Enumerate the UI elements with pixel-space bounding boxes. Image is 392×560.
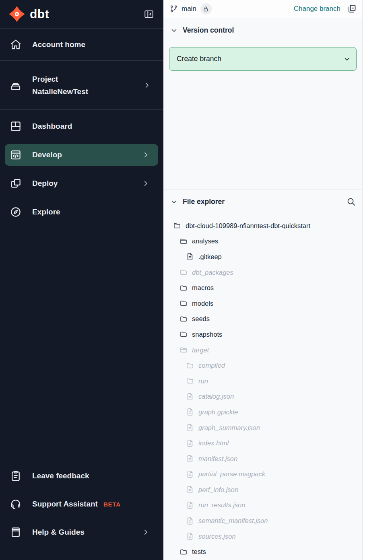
tree-item-analyses[interactable]: analyses	[163, 234, 362, 249]
clipboard-icon	[10, 470, 22, 482]
file-icon	[186, 486, 194, 494]
tree-item-label: macros	[192, 284, 214, 292]
editor-area	[363, 0, 392, 560]
file-icon	[186, 470, 194, 478]
lock-icon	[203, 6, 209, 12]
tree-item-label: run_results.json	[198, 501, 245, 509]
tree-item-index.html[interactable]: index.html	[163, 435, 362, 451]
sidebar-item-develop[interactable]: Develop	[5, 144, 158, 166]
help-guides-label: Help & Guides	[32, 528, 85, 537]
tree-item-label: run	[198, 377, 208, 385]
project-stack-icon	[10, 79, 22, 91]
file-explorer-title: File explorer	[183, 198, 225, 206]
tree-item-seeds[interactable]: seeds	[163, 311, 362, 327]
tree-item-partial_parse.msgpack[interactable]: partial_parse.msgpack	[163, 467, 362, 482]
folder-icon	[186, 377, 194, 385]
tree-item-sources.json[interactable]: sources.json	[163, 529, 362, 544]
tree-item-label: partial_parse.msgpack	[198, 470, 265, 478]
sidebar-item-help-guides[interactable]: Help & Guides	[5, 521, 158, 543]
sidebar-item-account-home[interactable]: Account home	[0, 29, 163, 61]
sidebar-item-leave-feedback[interactable]: Leave feedback	[5, 465, 158, 487]
folder-open-icon	[179, 346, 188, 354]
version-control-header[interactable]: Version control	[163, 18, 362, 35]
sidebar-item-explore[interactable]: Explore	[5, 201, 158, 223]
chevron-right-icon	[142, 180, 149, 187]
tree-item-run_results.json[interactable]: run_results.json	[163, 498, 362, 513]
version-control-title: Version control	[183, 26, 234, 35]
dashboard-label: Dashboard	[32, 122, 72, 131]
tree-item-graph.gpickle[interactable]: graph.gpickle	[163, 404, 362, 420]
search-icon[interactable]	[347, 197, 356, 206]
tree-item-models[interactable]: models	[163, 296, 362, 311]
git-branch-icon	[170, 5, 178, 13]
file-icon	[186, 439, 194, 447]
tree-item-compiled[interactable]: compiled	[163, 358, 362, 373]
file-icon	[186, 393, 194, 401]
chevron-right-icon	[142, 529, 149, 536]
current-branch-name: main	[182, 5, 196, 13]
tree-item-label: .gitkeep	[198, 253, 222, 261]
file-icon	[186, 517, 194, 525]
tree-item-label: dbt_packages	[192, 269, 233, 276]
explore-compass-icon	[10, 206, 22, 218]
file-explorer-header[interactable]: File explorer	[163, 190, 362, 206]
tree-item-dbt_packages[interactable]: dbt_packages	[163, 265, 362, 280]
dbt-logo-icon	[8, 5, 26, 23]
chevron-down-icon	[344, 56, 350, 62]
create-branch-button[interactable]: Create branch	[169, 47, 357, 71]
sidebar-item-project[interactable]: Project NatalieNewTest	[0, 61, 163, 110]
develop-icon	[10, 149, 22, 161]
dbt-logo[interactable]: dbt	[8, 5, 49, 23]
folder-icon	[179, 284, 188, 292]
change-branch-link[interactable]: Change branch	[294, 5, 340, 13]
tree-item-snapshots[interactable]: snapshots	[163, 327, 362, 342]
tree-item-dbt-cloud-109989-nfianntest-dbt-quickstart[interactable]: dbt-cloud-109989-nfianntest-dbt-quicksta…	[163, 218, 362, 234]
sidebar-spacer	[0, 230, 163, 465]
folder-icon	[179, 268, 188, 276]
copy-icon[interactable]	[347, 4, 357, 14]
tree-item-label: perf_info.json	[198, 486, 238, 494]
folder-open-icon	[179, 237, 188, 245]
tree-item-label: target	[192, 346, 209, 354]
tree-item-label: compiled	[198, 362, 225, 369]
project-name: NatalieNewTest	[32, 85, 88, 98]
create-branch-label[interactable]: Create branch	[169, 47, 337, 70]
tree-item-label: manifest.json	[198, 455, 237, 463]
deploy-icon	[10, 177, 22, 189]
tree-item-tests[interactable]: tests	[163, 544, 362, 560]
version-control-section: Version control Create branch	[163, 18, 362, 190]
dbt-logo-text: dbt	[30, 7, 49, 21]
tree-item-.gitkeep[interactable]: .gitkeep	[163, 249, 362, 265]
beta-badge: BETA	[103, 501, 121, 508]
dashboard-icon	[10, 120, 22, 132]
tree-item-run[interactable]: run	[163, 373, 362, 389]
tree-item-catalog.json[interactable]: catalog.json	[163, 389, 362, 405]
tree-item-label: dbt-cloud-109989-nfianntest-dbt-quicksta…	[186, 222, 310, 230]
book-icon	[10, 526, 22, 538]
file-explorer-section: File explorer dbt-cloud-109989-nfianntes…	[163, 190, 362, 560]
support-assistant-label: Support Assistant	[32, 500, 98, 509]
sidebar: dbt Account home Proje	[0, 0, 163, 560]
tree-item-target[interactable]: target	[163, 342, 362, 358]
sidebar-item-dashboard[interactable]: Dashboard	[5, 115, 158, 137]
tree-item-perf_info.json[interactable]: perf_info.json	[163, 482, 362, 498]
file-icon	[186, 455, 194, 463]
tree-item-manifest.json[interactable]: manifest.json	[163, 451, 362, 467]
file-icon	[186, 408, 194, 416]
tree-item-graph_summary.json[interactable]: graph_summary.json	[163, 420, 362, 436]
tree-item-label: catalog.json	[198, 393, 234, 400]
chevron-right-icon	[142, 151, 149, 159]
branch-topbar: main Change branch	[163, 0, 362, 18]
tree-item-semantic_manifest.json[interactable]: semantic_manifest.json	[163, 513, 362, 529]
sidebar-bottom-nav: Leave feedback Support Assistant BETA	[0, 465, 163, 560]
branch-lock-badge	[200, 3, 212, 14]
version-control-panel: main Change branch Version control C	[163, 0, 363, 560]
deploy-label: Deploy	[32, 179, 58, 188]
chevron-right-icon	[143, 82, 151, 89]
create-branch-dropdown[interactable]	[337, 47, 356, 70]
collapse-sidebar-icon[interactable]	[143, 9, 155, 19]
sidebar-item-deploy[interactable]: Deploy	[5, 173, 158, 194]
sidebar-item-support-assistant[interactable]: Support Assistant BETA	[5, 493, 158, 515]
chevron-down-icon	[171, 27, 177, 34]
tree-item-macros[interactable]: macros	[163, 280, 362, 296]
